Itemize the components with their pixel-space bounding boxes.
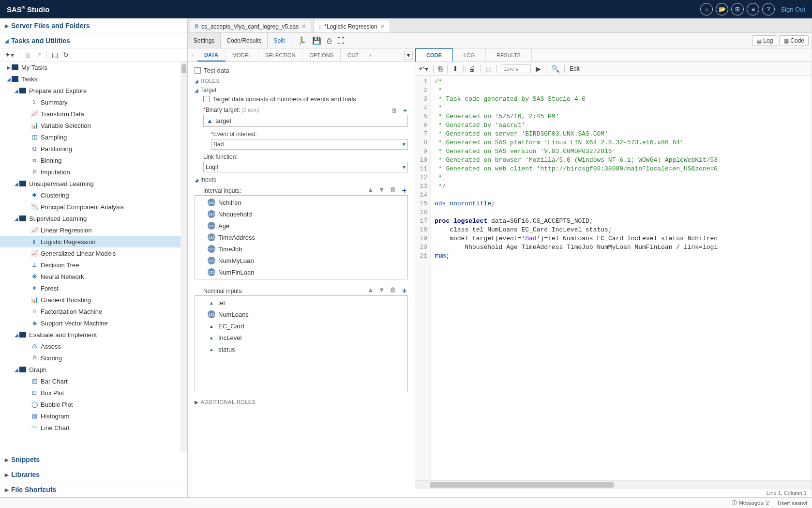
add-icon[interactable]: ＋ bbox=[401, 286, 408, 295]
code-editor[interactable]: 123456789101112131415161718192021 /* * *… bbox=[415, 76, 812, 480]
tree-supervised[interactable]: ◢Supervised Learning bbox=[0, 213, 187, 224]
list-item[interactable]: ▲tel bbox=[204, 297, 407, 308]
tree-my-tasks[interactable]: ▶My Tasks bbox=[0, 62, 187, 73]
tree-partitioning[interactable]: ⧉Partitioning bbox=[0, 143, 187, 154]
tree-summary[interactable]: ΣSummary bbox=[0, 96, 187, 108]
edit-link[interactable]: Edit bbox=[570, 65, 580, 72]
list-item[interactable]: ▲IncLevel bbox=[204, 332, 407, 343]
subnav-options[interactable]: OPTIONS bbox=[302, 48, 341, 62]
tree-logistic-regression[interactable]: ⫿Logistic Regression bbox=[0, 236, 187, 247]
test-data-checkbox[interactable]: Test data bbox=[195, 67, 408, 74]
tree-box-plot[interactable]: ⊟Box Plot bbox=[0, 387, 187, 399]
binary-target-field[interactable]: ▲target bbox=[203, 115, 408, 127]
settings-button[interactable]: Settings bbox=[188, 33, 221, 48]
subnav-selection[interactable]: SELECTION bbox=[258, 48, 302, 62]
checkbox-icon[interactable] bbox=[195, 67, 201, 74]
open-icon[interactable]: 📂 bbox=[716, 3, 728, 15]
help-icon[interactable]: ? bbox=[762, 3, 775, 15]
target-events-trials-checkbox[interactable]: Target data consists of numbers of event… bbox=[195, 95, 408, 103]
subnav-model[interactable]: MODEL bbox=[226, 48, 258, 62]
subnav-dropdown[interactable]: ▾ bbox=[404, 51, 413, 60]
list-item[interactable]: 123TimeJob bbox=[204, 243, 407, 255]
delete-icon[interactable]: 🗑 bbox=[390, 186, 396, 195]
tree-linear-regression[interactable]: 📈Linear Regression bbox=[0, 224, 187, 236]
list-item[interactable]: 123Nhousehold bbox=[204, 208, 407, 220]
event-of-interest-select[interactable]: Bad▾ bbox=[211, 139, 408, 150]
add-icon[interactable]: ＋ bbox=[401, 186, 408, 195]
run-icon[interactable]: 🏃 bbox=[297, 36, 306, 45]
toolbar-code-button[interactable]: ▥Code bbox=[779, 35, 809, 46]
tree-evaluate[interactable]: ◢Evaluate and Implement bbox=[0, 329, 187, 340]
nominal-inputs-list[interactable]: ▲tel 123NumLoans ▲EC_Card ▲IncLevel ▲sta… bbox=[195, 295, 408, 392]
tree-glm[interactable]: 📈Generalized Linear Models bbox=[0, 247, 187, 259]
section-server-files[interactable]: ▶Server Files and Folders bbox=[0, 18, 187, 33]
subsection-inputs[interactable]: ◢Inputs bbox=[195, 176, 408, 183]
checkbox-icon[interactable] bbox=[203, 96, 210, 102]
delete-icon[interactable]: 🗑 bbox=[24, 51, 31, 59]
saveas-icon[interactable]: ⎙ bbox=[327, 36, 331, 45]
move-up-icon[interactable]: ▲ bbox=[367, 186, 374, 195]
find-icon[interactable]: 🔍 bbox=[551, 65, 559, 73]
delete-var-icon[interactable]: 🗑 bbox=[391, 107, 397, 114]
tree-gradient-boosting[interactable]: 📊Gradient Boosting bbox=[0, 294, 187, 306]
section-additional-roles[interactable]: ▶ADDITIONAL ROLES bbox=[195, 399, 408, 405]
list-item[interactable]: 123NumLoans bbox=[204, 308, 407, 320]
apps-icon[interactable]: ⊞ bbox=[731, 3, 744, 15]
tab-logistic-regression[interactable]: ⫿*Logistic Regression✕ bbox=[313, 20, 390, 32]
list-item[interactable]: ▲EC_Card bbox=[204, 320, 407, 332]
move-up-icon[interactable]: ▲ bbox=[367, 286, 374, 295]
tree-scrollbar[interactable] bbox=[180, 62, 187, 452]
split-button[interactable]: Split bbox=[268, 33, 291, 48]
list-item[interactable]: ▲status bbox=[204, 343, 407, 355]
open-location-icon[interactable]: ↗ bbox=[36, 51, 42, 59]
code-results-button[interactable]: Code/Results bbox=[221, 33, 268, 48]
subsection-target[interactable]: ◢Target bbox=[195, 87, 408, 93]
properties-icon[interactable]: ▤ bbox=[52, 51, 58, 59]
save-icon[interactable]: 💾 bbox=[312, 36, 321, 45]
section-tasks-utilities[interactable]: ◢Tasks and Utilities bbox=[0, 33, 187, 48]
print-icon[interactable]: 🖨 bbox=[468, 65, 475, 73]
tree-unsupervised[interactable]: ◢Unsupervised Learning bbox=[0, 178, 187, 189]
tree-assess[interactable]: ⚖Assess bbox=[0, 340, 187, 352]
refresh-icon[interactable]: ↻ bbox=[63, 51, 69, 59]
tree-histogram[interactable]: ▤Histogram bbox=[0, 410, 187, 422]
code-tab-log[interactable]: LOG bbox=[453, 48, 486, 62]
tree-forest[interactable]: ✷Forest bbox=[0, 282, 187, 294]
list-item[interactable]: 123Nchilren bbox=[204, 197, 407, 208]
toolbar-log-button[interactable]: ▤Log bbox=[752, 35, 777, 46]
menu-icon[interactable]: ≡ bbox=[747, 3, 759, 15]
tree-decision-tree[interactable]: ⊥Decision Tree bbox=[0, 259, 187, 271]
messages-status[interactable]: ⓘ Messages: 2 bbox=[732, 499, 768, 507]
fullscreen-icon[interactable]: ⛶ bbox=[337, 36, 345, 45]
section-file-shortcuts[interactable]: ▶File Shortcuts bbox=[0, 482, 187, 497]
nav-next-icon[interactable]: › bbox=[365, 52, 375, 59]
tree-variable-selection[interactable]: 📊Variable Selection bbox=[0, 120, 187, 131]
tree-svm[interactable]: ◈Support Vector Machine bbox=[0, 317, 187, 329]
signout-link[interactable]: Sign Out bbox=[781, 6, 805, 13]
list-item[interactable]: 123Age bbox=[204, 220, 407, 231]
horizontal-scrollbar[interactable] bbox=[415, 480, 812, 488]
tab-program[interactable]: ⎘cs_accepts_Viya_card_logreg_v5.sas✕ bbox=[190, 20, 311, 32]
move-down-icon[interactable]: ▼ bbox=[378, 186, 385, 195]
section-libraries[interactable]: ▶Libraries bbox=[0, 467, 187, 482]
list-item[interactable]: 123NumFinLoan bbox=[204, 266, 407, 278]
tree-sampling[interactable]: ◫Sampling bbox=[0, 131, 187, 143]
tree-line-chart[interactable]: 〰Line Chart bbox=[0, 422, 187, 433]
link-function-select[interactable]: Logit▾ bbox=[203, 162, 408, 172]
close-icon[interactable]: ✕ bbox=[380, 23, 385, 30]
add-var-icon[interactable]: ＋ bbox=[402, 107, 408, 114]
section-roles[interactable]: ◢ROLES bbox=[195, 78, 408, 84]
tree-prepare-explore[interactable]: ◢Prepare and Explore bbox=[0, 85, 187, 96]
list-item[interactable]: 123TimeAddress bbox=[204, 231, 407, 243]
section-snippets[interactable]: ▶Snippets bbox=[0, 452, 187, 467]
tree-graph[interactable]: ◢Graph bbox=[0, 364, 187, 375]
code-area[interactable]: /* * * Task code generated by SAS Studio… bbox=[431, 76, 812, 480]
nav-prev-icon[interactable]: ‹ bbox=[188, 52, 197, 59]
download-code-icon[interactable]: ⬇ bbox=[452, 65, 458, 73]
delete-icon[interactable]: 🗑 bbox=[390, 286, 396, 295]
tree-bar-chart[interactable]: ▥Bar Chart bbox=[0, 375, 187, 387]
tree-pca[interactable]: 📉Principal Component Analysis bbox=[0, 201, 187, 213]
tree-imputation[interactable]: ⎘Imputation bbox=[0, 166, 187, 178]
interval-inputs-list[interactable]: 123Nchilren 123Nhousehold 123Age 123Time… bbox=[195, 195, 408, 279]
search-icon[interactable]: ⌕ bbox=[700, 3, 713, 15]
